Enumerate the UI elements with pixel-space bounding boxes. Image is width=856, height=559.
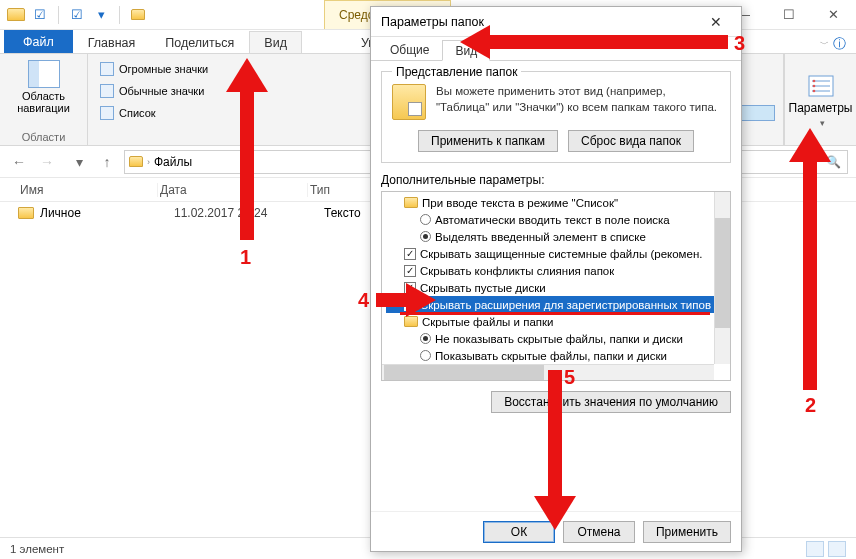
tree-group: При вводе текста в режиме "Список" bbox=[386, 194, 728, 211]
quick-access-toolbar: ☑ ☑ ▾ bbox=[0, 0, 154, 29]
folder-views-fieldset: Представление папок Вы можете применить … bbox=[381, 71, 731, 163]
tree-radio[interactable]: Показывать скрытые файлы, папки и диски bbox=[386, 347, 728, 364]
tab-view[interactable]: Вид bbox=[249, 31, 302, 53]
col-date[interactable]: Дата bbox=[158, 183, 308, 197]
ribbon-collapse-icon[interactable]: ﹀ ⓘ bbox=[816, 35, 846, 53]
dialog-tab-strip: Общие Вид bbox=[371, 37, 741, 61]
ribbon-group-panes: Область навигации Области bbox=[0, 54, 88, 145]
dlg-tab-general[interactable]: Общие bbox=[377, 39, 442, 60]
folder-icon bbox=[6, 5, 26, 25]
search-icon: 🔍 bbox=[826, 155, 841, 169]
dialog-footer: ОК Отмена Применить bbox=[371, 511, 741, 551]
up-button[interactable]: ↑ bbox=[96, 151, 118, 173]
folder-icon bbox=[129, 156, 143, 167]
tree-checkbox[interactable]: ✓Скрывать защищенные системные файлы (ре… bbox=[386, 245, 728, 262]
advanced-settings-tree[interactable]: При вводе текста в режиме "Список" Автом… bbox=[381, 191, 731, 381]
tab-share[interactable]: Поделиться bbox=[150, 31, 249, 53]
folder-icon bbox=[404, 316, 418, 327]
back-button[interactable]: ← bbox=[8, 151, 30, 173]
svg-point-4 bbox=[812, 79, 815, 82]
overflow-icon[interactable]: ▾ bbox=[91, 5, 111, 25]
folder-views-icon bbox=[392, 84, 426, 120]
tab-file[interactable]: Файл bbox=[4, 30, 73, 53]
breadcrumb[interactable]: Файлы bbox=[154, 155, 192, 169]
col-name[interactable]: Имя bbox=[18, 183, 158, 197]
scrollbar-vertical[interactable] bbox=[714, 192, 730, 364]
cancel-button[interactable]: Отмена bbox=[563, 521, 635, 543]
folder-small-icon bbox=[128, 5, 148, 25]
scrollbar-horizontal[interactable] bbox=[382, 364, 714, 380]
fieldset-text: Вы можете применить этот вид (например, … bbox=[436, 84, 720, 120]
file-name: Личное bbox=[40, 206, 174, 220]
advanced-label: Дополнительные параметры: bbox=[381, 173, 731, 187]
group-caption: Области bbox=[8, 129, 79, 143]
reset-folders-button[interactable]: Сброс вида папок bbox=[568, 130, 694, 152]
dialog-title: Параметры папок bbox=[381, 15, 484, 29]
tree-radio[interactable]: Автоматически вводить текст в поле поиск… bbox=[386, 211, 728, 228]
history-dropdown[interactable]: ▾ bbox=[68, 151, 90, 173]
folder-icon bbox=[404, 197, 418, 208]
dlg-tab-view[interactable]: Вид bbox=[442, 40, 490, 61]
navigation-pane-icon bbox=[28, 60, 60, 88]
ok-button[interactable]: ОК bbox=[483, 521, 555, 543]
navigation-pane-button[interactable]: Область навигации bbox=[8, 58, 79, 114]
file-date: 11.02.2017 22:24 bbox=[174, 206, 324, 220]
tree-checkbox[interactable]: ✓Скрывать конфликты слияния папок bbox=[386, 262, 728, 279]
tree-radio[interactable]: Выделять введенный элемент в списке bbox=[386, 228, 728, 245]
restore-defaults-button[interactable]: Восстановить значения по умолчанию bbox=[491, 391, 731, 413]
dialog-close-button[interactable]: ✕ bbox=[699, 14, 733, 30]
tree-checkbox[interactable]: ✓Скрывать пустые диски bbox=[386, 279, 728, 296]
properties-icon[interactable]: ☑ bbox=[30, 5, 50, 25]
tree-radio[interactable]: Не показывать скрытые файлы, папки и дис… bbox=[386, 330, 728, 347]
options-icon bbox=[807, 74, 835, 98]
status-count: 1 элемент bbox=[10, 543, 64, 555]
svg-point-5 bbox=[812, 84, 815, 87]
checkbox-icon[interactable]: ☑ bbox=[67, 5, 87, 25]
view-large-icon[interactable] bbox=[828, 541, 846, 557]
tree-checkbox-hide-extensions[interactable]: Скрывать расширения для зарегистрированн… bbox=[386, 296, 728, 313]
view-details-icon[interactable] bbox=[806, 541, 824, 557]
dialog-titlebar: Параметры папок ✕ bbox=[371, 7, 741, 37]
svg-point-6 bbox=[812, 89, 815, 92]
forward-button[interactable]: → bbox=[36, 151, 58, 173]
maximize-button[interactable]: ☐ bbox=[766, 0, 811, 29]
apply-to-folders-button[interactable]: Применить к папкам bbox=[418, 130, 558, 152]
tree-group: Скрытые файлы и папки bbox=[386, 313, 728, 330]
fieldset-legend: Представление папок bbox=[392, 65, 521, 79]
folder-icon bbox=[18, 207, 34, 219]
options-button[interactable]: Параметры ▾ bbox=[784, 54, 856, 145]
chevron-down-icon: ▾ bbox=[820, 118, 825, 128]
file-type: Тексто bbox=[324, 206, 361, 220]
folder-options-dialog: Параметры папок ✕ Общие Вид Представлени… bbox=[370, 6, 742, 552]
apply-button[interactable]: Применить bbox=[643, 521, 731, 543]
tab-home[interactable]: Главная bbox=[73, 31, 151, 53]
close-button[interactable]: ✕ bbox=[811, 0, 856, 29]
